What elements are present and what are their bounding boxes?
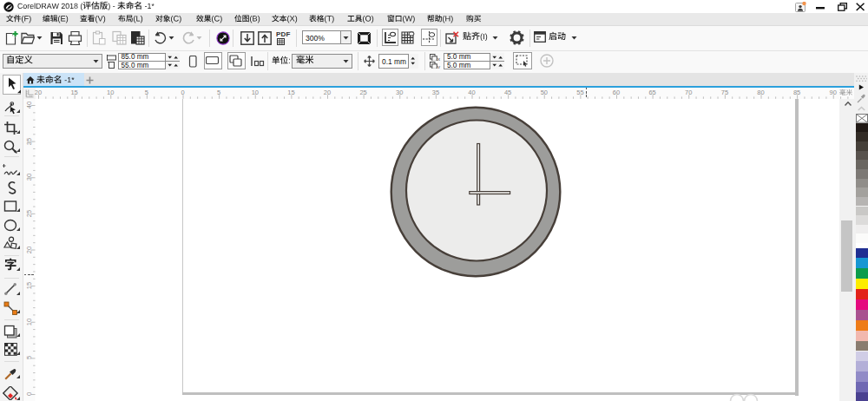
- svg-text:y: y: [437, 64, 440, 69]
- svg-text:x: x: [437, 56, 440, 61]
